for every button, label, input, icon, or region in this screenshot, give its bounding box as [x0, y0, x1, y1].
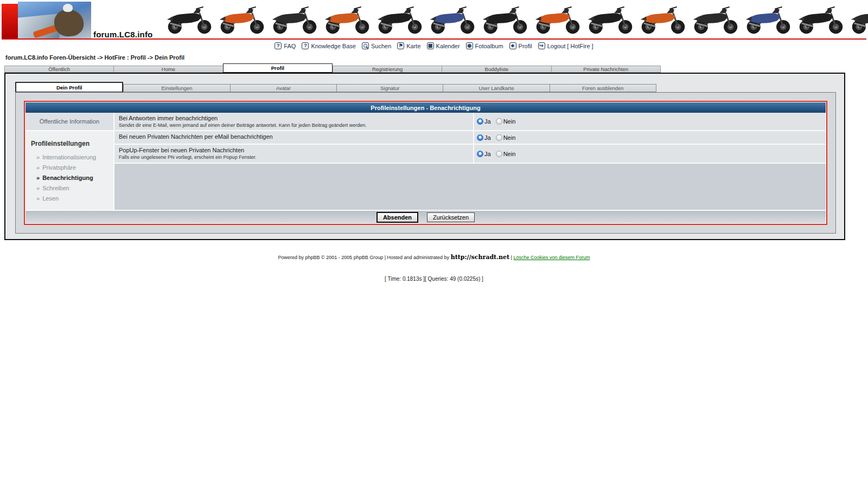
radio-nein[interactable] [496, 118, 502, 125]
site-title: forum.LC8.info [93, 30, 152, 39]
tab-profil[interactable]: Profil [223, 63, 333, 73]
subtab-user-landkarte[interactable]: User Landkarte [443, 84, 549, 92]
radio-nein[interactable] [496, 151, 502, 157]
radio-ja[interactable] [477, 151, 483, 157]
setting-title: PopUp-Fenster bei neuen Privaten Nachric… [119, 147, 469, 153]
delete-cookies-link[interactable]: Lösche Cookies von diesem Forum [513, 255, 590, 260]
motorcycle-image [847, 2, 868, 37]
radio-ja-label: Ja [484, 151, 491, 157]
sidebar-item-label: Internationalisierung [42, 154, 96, 160]
banner-red-block [2, 4, 18, 38]
nav-knowledge-base[interactable]: ? Knowledge Base [302, 42, 356, 49]
breadcrumb: forum.LC8.info Foren-Übersicht -> HotFir… [0, 51, 868, 63]
setting-radio-cell: Ja Nein [474, 145, 826, 163]
nav-logout-label: Logout [ HotFire ] [547, 43, 593, 49]
sidebar-item-benachrichtigung[interactable]: »Benachrichtigung [36, 175, 110, 181]
page-stats: [ Time: 0.1813s ][ Queries: 49 (0.0225s)… [0, 276, 868, 282]
content-container: Dein Profil Einstellungen Avatar Signatu… [4, 73, 845, 240]
footer: Powered by phpBB © 2001 - 2005 phpBB Gro… [0, 254, 868, 261]
footer-divider: | [511, 255, 512, 260]
tab-buddyliste[interactable]: Buddyliste [442, 66, 551, 73]
subtab-einstellungen[interactable]: Einstellungen [123, 84, 229, 92]
motorcycle-image [584, 2, 636, 37]
tab-oeffentlich[interactable]: Öffentlich [4, 66, 113, 73]
sidebar-item-label: Privatsphäre [42, 164, 76, 171]
radio-ja[interactable] [477, 134, 483, 141]
absenden-button[interactable]: Absenden [376, 212, 418, 223]
setting-row-pn-email: Bei neuen Privaten Nachrichten per eMail… [114, 131, 826, 144]
tab-private-nachrichten[interactable]: Private Nachrichten [551, 66, 661, 73]
sidebar-item-lesen[interactable]: »Lesen [36, 195, 110, 202]
subtab-foren-ausblenden[interactable]: Foren ausblenden [550, 84, 656, 92]
button-row: Absenden Zurücksetzen [25, 210, 826, 223]
setting-row-antworten: Bei Antworten immer benachrichtigen Send… [114, 113, 826, 130]
motorcycle-image [268, 2, 321, 37]
bullet-icon: » [36, 185, 40, 191]
sidebar-item-schreiben[interactable]: »Schreiben [36, 185, 110, 191]
nav-knowledge-base-label: Knowledge Base [311, 43, 356, 49]
setting-description: Falls eine ungelesene PN vorliegt, ersch… [119, 154, 469, 160]
main-tab-bar: Öffentlich Home Profil Registrierung Bud… [4, 63, 661, 73]
settings-rows: Bei Antworten immer benachrichtigen Send… [114, 113, 826, 210]
nav-faq-label: FAQ [284, 43, 296, 49]
zuruecksetzen-button[interactable]: Zurücksetzen [427, 212, 475, 222]
bullet-icon: » [36, 164, 40, 171]
setting-radio-cell: Ja Nein [474, 131, 826, 144]
sidebar-menu: Profileinstellungen »Internationalisieru… [25, 131, 113, 210]
radio-ja[interactable] [477, 118, 483, 125]
sidebar-item-oeffentliche-information[interactable]: Öffentliche Information [25, 113, 113, 130]
logout-icon: ↪ [538, 42, 545, 49]
inner-box: Profileinstellungen - Benachrichtigung Ö… [15, 92, 836, 234]
header-banner: forum.LC8.info [0, 0, 868, 40]
bike-strip [163, 2, 868, 38]
motorcycle-image [478, 2, 531, 37]
search-icon [362, 42, 369, 49]
nav-karte[interactable]: ⚑ Karte [397, 42, 420, 49]
sidebar-item-label: Schreiben [42, 185, 69, 191]
nav-profil[interactable]: ☻ Profil [509, 42, 532, 49]
radio-nein-label: Nein [503, 151, 516, 157]
help-icon: ? [275, 42, 282, 49]
nav-logout[interactable]: ↪ Logout [ HotFire ] [538, 42, 593, 49]
motorcycle-image [794, 2, 847, 37]
motorcycle-image [689, 2, 742, 37]
motorcycle-image [531, 2, 584, 37]
help-icon: ? [302, 42, 309, 49]
nav-faq[interactable]: ? FAQ [275, 42, 296, 49]
nav-fotoalbum[interactable]: ◉ Fotoalbum [466, 42, 503, 49]
panel-body: Öffentliche Information Profileinstellun… [25, 113, 826, 210]
tab-registrierung[interactable]: Registrierung [333, 66, 442, 73]
photo-helmet [63, 4, 73, 12]
nav-suchen-label: Suchen [371, 43, 391, 49]
radio-nein[interactable] [496, 134, 502, 141]
nav-suchen[interactable]: Suchen [362, 42, 391, 49]
powered-by-text: Powered by phpBB © 2001 - 2005 phpBB Gro… [278, 255, 449, 260]
nav-karte-label: Karte [406, 43, 420, 49]
motorcycle-image [426, 2, 478, 37]
radio-ja-label: Ja [484, 134, 491, 141]
tab-home[interactable]: Home [113, 66, 222, 73]
nav-kalender-label: Kalender [436, 43, 460, 49]
setting-text-cell: Bei neuen Privaten Nachrichten per eMail… [114, 131, 473, 144]
motorcycle-image [321, 2, 373, 37]
sidebar-item-internationalisierung[interactable]: »Internationalisierung [36, 154, 110, 160]
flag-icon: ⚑ [397, 42, 404, 49]
subtab-dein-profil[interactable]: Dein Profil [15, 82, 123, 92]
empty-area [114, 164, 826, 210]
top-navbar: ? FAQ ? Knowledge Base Suchen ⚑ Karte ▦ … [0, 40, 868, 51]
subtab-signatur[interactable]: Signatur [336, 84, 443, 92]
subtab-avatar[interactable]: Avatar [230, 84, 336, 92]
radio-nein-label: Nein [503, 134, 516, 141]
motorcycle-image [163, 2, 215, 37]
banner-rider-photo [18, 2, 91, 38]
sidebar-item-privatsphaere[interactable]: »Privatsphäre [36, 164, 110, 171]
nav-profil-label: Profil [519, 43, 532, 49]
camera-icon: ◉ [466, 42, 473, 49]
motorcycle-image [215, 2, 268, 37]
settings-panel: Profileinstellungen - Benachrichtigung Ö… [24, 101, 827, 225]
nav-kalender[interactable]: ▦ Kalender [427, 42, 460, 49]
radio-nein-label: Nein [503, 118, 516, 125]
schradt-link[interactable]: http://schradt.net [451, 254, 509, 261]
motorcycle-image [742, 2, 794, 37]
nav-fotoalbum-label: Fotoalbum [475, 43, 503, 49]
